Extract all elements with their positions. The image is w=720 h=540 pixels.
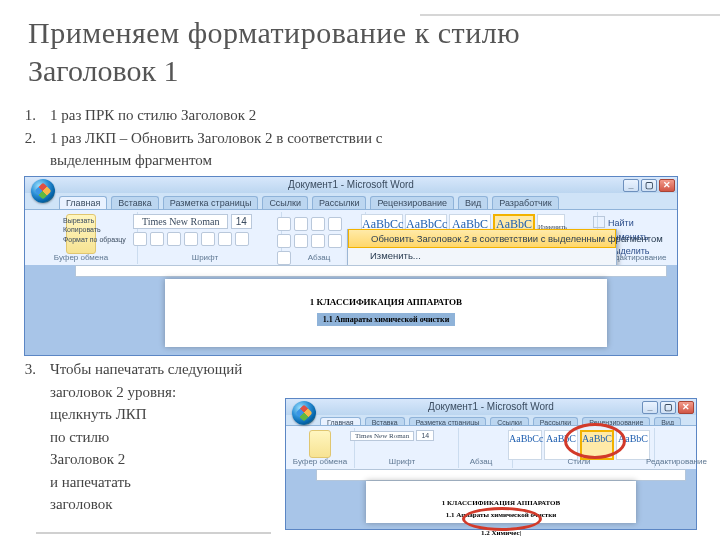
cut-button[interactable]: Вырезать — [63, 216, 133, 225]
document-area: 1 КЛАССИФИКАЦИЯ АППАРАТОВ 1.1 Аппараты х… — [25, 265, 677, 355]
tab-view[interactable]: Вид — [458, 196, 488, 209]
list-number: 3. — [22, 358, 36, 516]
tab-references[interactable]: Ссылки — [262, 196, 308, 209]
align-center-icon[interactable] — [311, 234, 325, 248]
indent-dec-icon[interactable] — [328, 217, 342, 231]
word-screenshot-1: Документ1 - Microsoft Word _ ▢ ✕ Главная… — [24, 176, 678, 356]
list-item: 2. 1 раз ЛКП – Обновить Заголовок 2 в со… — [22, 127, 382, 172]
close-button[interactable]: ✕ — [659, 179, 675, 192]
tab-layout[interactable]: Разметка страницы — [163, 196, 259, 209]
group-font: Times New Roman 14 Шрифт — [346, 428, 459, 468]
word-screenshot-2: Документ1 - Microsoft Word _ ▢ ✕ Главная… — [285, 398, 697, 530]
font-size-combo[interactable]: 14 — [231, 214, 252, 229]
maximize-button[interactable]: ▢ — [641, 179, 657, 192]
decorative-rule-bottom — [36, 532, 271, 534]
superscript-icon[interactable] — [218, 232, 232, 246]
slide-title-line2: Заголовок 1 — [28, 54, 179, 88]
doc-heading-2-selected: 1.1 Аппараты химической очистки — [317, 313, 456, 326]
style-swatch-normal[interactable]: AaBbCc — [508, 430, 542, 460]
list-item: 3. Чтобы напечатать следующий заголовок … — [22, 358, 300, 516]
menu-modify-style[interactable]: Изменить... — [348, 247, 616, 264]
list-text-line: Чтобы напечатать следующий заголовок 2 у… — [50, 361, 242, 400]
list-text: 1 раз ПРК по стилю Заголовок 2 — [50, 104, 256, 127]
strike-icon[interactable] — [184, 232, 198, 246]
office-orb-icon[interactable] — [292, 401, 316, 425]
document-page[interactable]: 1 КЛАССИФИКАЦИЯ АППАРАТОВ 1.1 Аппараты х… — [165, 279, 607, 347]
copy-button[interactable]: Копировать — [63, 225, 133, 234]
tab-developer[interactable]: Разработчик — [492, 196, 558, 209]
italic-icon[interactable] — [150, 232, 164, 246]
annotation-circle-text — [462, 507, 542, 531]
group-label: Стили — [504, 457, 654, 466]
find-button[interactable]: Найти — [593, 216, 679, 228]
doc-heading-1: 1 КЛАССИФИКАЦИЯ АППАРАТОВ — [382, 499, 620, 507]
numbering-icon[interactable] — [294, 217, 308, 231]
font-name-combo[interactable]: Times New Roman — [133, 214, 228, 229]
list-item: 1. 1 раз ПРК по стилю Заголовок 2 — [22, 104, 382, 127]
font-size-combo[interactable]: 14 — [416, 430, 434, 441]
align-right-icon[interactable] — [328, 234, 342, 248]
ribbon-tabs: Главная Вставка Разметка страницы Ссылки… — [59, 195, 677, 209]
group-label: Абзац — [450, 457, 512, 466]
group-label: Шрифт — [129, 253, 281, 262]
subscript-icon[interactable] — [201, 232, 215, 246]
list-text: 1 раз ЛКП – Обновить Заголовок 2 в соотв… — [50, 127, 382, 172]
paste-icon[interactable] — [309, 430, 331, 458]
group-label: Буфер обмена — [25, 253, 137, 262]
tab-home[interactable]: Главная — [59, 196, 107, 209]
ribbon: Буфер обмена Times New Roman 14 Шрифт Аб… — [286, 425, 696, 471]
minimize-button[interactable]: _ — [623, 179, 639, 192]
window-titlebar: Документ1 - Microsoft Word — [25, 177, 677, 193]
instruction-list-continued: 3. Чтобы напечатать следующий заголовок … — [22, 358, 300, 516]
format-painter-button[interactable]: Формат по образцу — [63, 235, 133, 244]
list-number: 2. — [22, 127, 36, 172]
list-text-line: и напечатать — [50, 474, 131, 490]
slide-title-line1: Применяем форматирование к стилю — [28, 16, 520, 50]
list-text-line: по стилю — [50, 429, 109, 445]
list-text-line: Заголовок 2 — [50, 451, 125, 467]
group-label: Шрифт — [346, 457, 458, 466]
textcolor-icon[interactable] — [235, 232, 249, 246]
tab-insert[interactable]: Вставка — [111, 196, 158, 209]
office-orb-icon[interactable] — [31, 179, 55, 203]
group-clipboard: Вырезать Копировать Формат по образцу Бу… — [25, 212, 138, 264]
list-text-line: 1 раз ЛКП – Обновить Заголовок 2 в соотв… — [50, 130, 382, 146]
tab-mailings[interactable]: Рассылки — [312, 196, 366, 209]
slide: Применяем форматирование к стилю Заголов… — [0, 0, 720, 540]
ruler[interactable] — [316, 469, 686, 481]
multilevel-icon[interactable] — [311, 217, 325, 231]
group-label: Редактирование — [646, 457, 702, 466]
bullets-icon[interactable] — [277, 217, 291, 231]
list-text-line: выделенным фрагментом — [50, 152, 212, 168]
window-buttons: _ ▢ ✕ — [623, 179, 675, 192]
bold-icon[interactable] — [133, 232, 147, 246]
tab-review[interactable]: Рецензирование — [370, 196, 454, 209]
list-number: 1. — [22, 104, 36, 127]
instruction-list: 1. 1 раз ПРК по стилю Заголовок 2 2. 1 р… — [22, 104, 382, 172]
group-label: Буфер обмена — [286, 457, 354, 466]
annotation-circle-style — [564, 423, 626, 459]
group-editing: Редактирование — [646, 428, 702, 468]
list-text: Чтобы напечатать следующий заголовок 2 у… — [50, 358, 300, 516]
group-font: Times New Roman 14 Шрифт — [129, 212, 282, 264]
ruler[interactable] — [75, 265, 667, 277]
group-clipboard: Буфер обмена — [286, 428, 355, 468]
underline-icon[interactable] — [167, 232, 181, 246]
menu-update-style[interactable]: Обновить Заголовок 2 в соответствии с вы… — [348, 229, 616, 248]
list-text-line: заголовок — [50, 496, 112, 512]
indent-inc-icon[interactable] — [277, 234, 291, 248]
align-left-icon[interactable] — [294, 234, 308, 248]
font-name-combo[interactable]: Times New Roman — [350, 431, 414, 441]
doc-heading-1: 1 КЛАССИФИКАЦИЯ АППАРАТОВ — [181, 297, 591, 307]
list-text-line: щелкнуть ЛКП — [50, 406, 147, 422]
